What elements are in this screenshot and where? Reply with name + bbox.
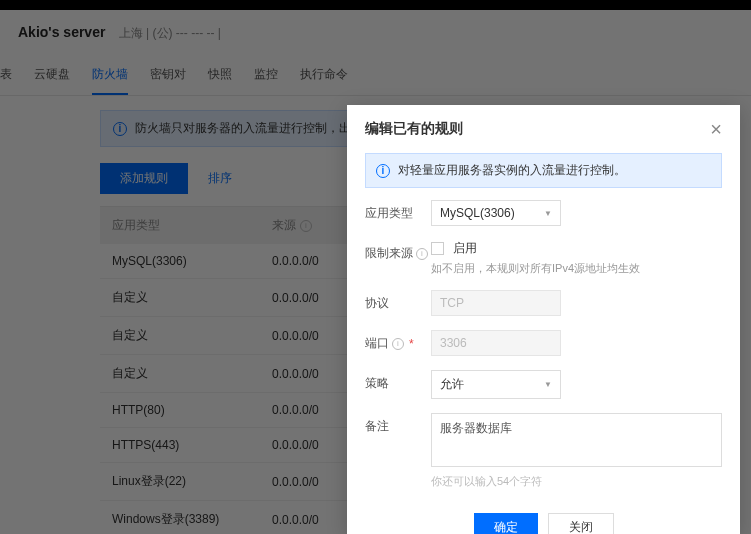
cancel-button[interactable]: 关闭 <box>548 513 614 534</box>
port-input: 3306 <box>431 330 561 356</box>
close-icon[interactable]: × <box>710 119 722 139</box>
label-restrict-source: 限制来源 i <box>365 240 431 262</box>
protocol-input: TCP <box>431 290 561 316</box>
label-remark: 备注 <box>365 413 431 435</box>
help-icon[interactable]: i <box>392 338 404 350</box>
modal-title: 编辑已有的规则 <box>365 120 463 138</box>
modal-footer: 确定 关闭 <box>347 503 740 534</box>
label-protocol: 协议 <box>365 290 431 312</box>
app-type-select[interactable]: MySQL(3306) ▼ <box>431 200 561 226</box>
source-hint: 如不启用，本规则对所有IPv4源地址均生效 <box>431 261 722 276</box>
enable-checkbox[interactable] <box>431 242 444 255</box>
remark-textarea[interactable] <box>431 413 722 467</box>
label-port: 端口 i * <box>365 330 431 352</box>
modal-header: 编辑已有的规则 × <box>347 105 740 149</box>
modal-notice-text: 对轻量应用服务器实例的入流量进行控制。 <box>398 162 626 179</box>
modal-notice: i 对轻量应用服务器实例的入流量进行控制。 <box>365 153 722 188</box>
enable-label: 启用 <box>453 241 477 255</box>
info-icon: i <box>376 164 390 178</box>
label-policy: 策略 <box>365 370 431 392</box>
chevron-down-icon: ▼ <box>544 380 552 389</box>
required-mark: * <box>409 337 414 351</box>
chevron-down-icon: ▼ <box>544 209 552 218</box>
rule-form: 应用类型 MySQL(3306) ▼ 限制来源 i 启用 如不启用，本规则对所有… <box>347 200 740 503</box>
char-count-hint: 你还可以输入54个字符 <box>431 474 722 489</box>
policy-select[interactable]: 允许 ▼ <box>431 370 561 399</box>
confirm-button[interactable]: 确定 <box>474 513 538 534</box>
help-icon[interactable]: i <box>416 248 428 260</box>
edit-rule-modal: 编辑已有的规则 × i 对轻量应用服务器实例的入流量进行控制。 应用类型 MyS… <box>347 105 740 534</box>
label-app-type: 应用类型 <box>365 200 431 222</box>
